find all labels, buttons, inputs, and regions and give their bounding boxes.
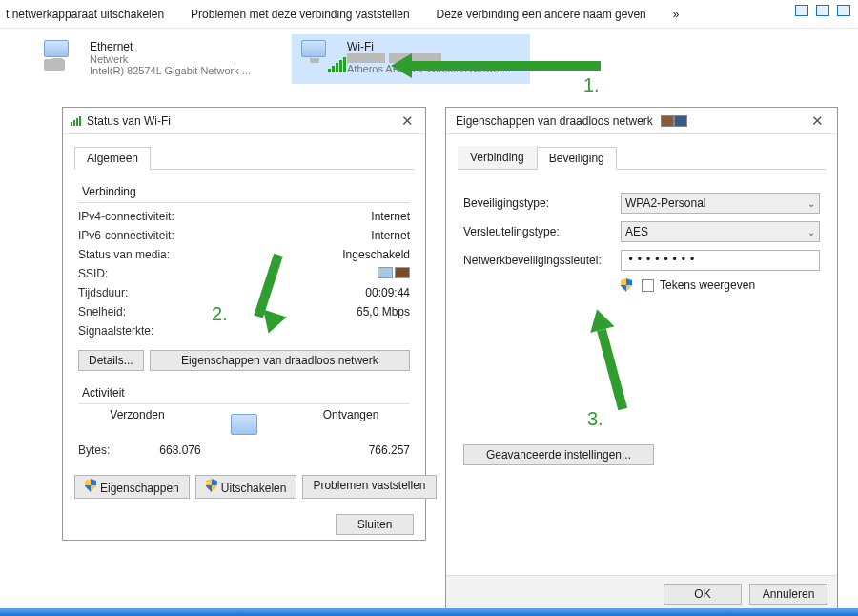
signal-label: Signaalsterkte: — [78, 324, 153, 338]
shield-icon — [621, 278, 632, 292]
tab-security[interactable]: Beveiliging — [537, 147, 617, 170]
select-value: WPA2-Personal — [625, 196, 705, 210]
ethernet-icon — [44, 40, 82, 78]
adapter-name: Wi-Fi — [347, 40, 511, 53]
shield-icon — [206, 479, 217, 492]
show-characters-checkbox[interactable] — [642, 279, 654, 292]
dialog-title: Eigenschappen van draadloos netwerk — [456, 114, 653, 128]
annotation-label-1: 1. — [583, 74, 600, 96]
explorer-toolbar: t netwerkapparaat uitschakelen Problemen… — [0, 0, 858, 29]
group-legend: Verbinding — [78, 185, 410, 198]
details-button[interactable]: Details... — [78, 350, 144, 371]
group-connection: Verbinding IPv4-connectiviteit:Internet … — [74, 179, 414, 377]
annotation-label-3: 3. — [587, 408, 603, 430]
bytes-label: Bytes: — [78, 443, 110, 457]
view-options[interactable] — [795, 5, 850, 16]
adapter-status: Netwerk — [90, 53, 251, 65]
close-icon[interactable]: ✕ — [398, 113, 418, 130]
speed-label: Snelheid: — [78, 305, 126, 318]
ipv4-value: Internet — [371, 210, 410, 223]
duration-label: Tijdsduur: — [78, 286, 128, 299]
close-icon[interactable]: ✕ — [807, 113, 827, 130]
select-value: AES — [625, 225, 648, 238]
adapter-device: Atheros AR9271 Wireless Networ... — [347, 63, 511, 74]
ok-button[interactable]: OK — [664, 584, 742, 605]
security-type-select[interactable]: WPA2-Personal ⌄ — [621, 193, 820, 214]
group-legend: Activiteit — [78, 386, 410, 400]
adapter-list: Ethernet Netwerk Intel(R) 82574L Gigabit… — [0, 29, 858, 93]
speed-value: 65,0 Mbps — [357, 305, 410, 318]
tab-general[interactable]: Algemeen — [74, 147, 151, 170]
adapter-ethernet[interactable]: Ethernet Netwerk Intel(R) 82574L Gigabit… — [34, 34, 273, 84]
network-key-input[interactable]: •••••••• — [621, 250, 820, 271]
taskbar — [0, 608, 858, 616]
disable-button[interactable]: Uitschakelen — [195, 475, 297, 499]
show-characters-label: Tekens weergeven — [660, 278, 755, 292]
dialog-titlebar[interactable]: Status van Wi-Fi ✕ — [63, 108, 425, 134]
encryption-type-label: Versleutelingstype: — [463, 225, 621, 238]
cmd-disable[interactable]: t netwerkapparaat uitschakelen — [6, 8, 164, 21]
wireless-props-button[interactable]: Eigenschappen van draadloos netwerk — [150, 350, 410, 371]
properties-button[interactable]: Eigenschappen — [74, 475, 190, 499]
wifi-icon — [301, 40, 339, 78]
annotation-label-2: 2. — [212, 303, 228, 325]
dialog-titlebar[interactable]: Eigenschappen van draadloos netwerk ✕ — [446, 108, 837, 134]
sent-label: Verzonden — [78, 408, 196, 441]
chevron-down-icon: ⌄ — [807, 198, 815, 209]
view-icon[interactable] — [795, 5, 808, 16]
tabbar: Verbinding Beveiliging — [458, 146, 826, 170]
ssid-label: SSID: — [78, 267, 108, 280]
wifi-status-dialog: Status van Wi-Fi ✕ Algemeen Verbinding I… — [62, 107, 426, 541]
adapter-device: Intel(R) 82574L Gigabit Network ... — [90, 65, 251, 76]
shield-icon — [85, 479, 96, 492]
encryption-type-select[interactable]: AES ⌄ — [621, 221, 820, 242]
recv-label: Ontvangen — [292, 408, 410, 441]
bytes-sent: 668.076 — [110, 443, 250, 457]
ipv4-label: IPv4-connectiviteit: — [78, 210, 174, 223]
cmd-more[interactable]: » — [673, 8, 680, 21]
close-button[interactable]: Sluiten — [336, 514, 414, 535]
media-label: Status van media: — [78, 248, 170, 261]
activity-icon — [196, 408, 292, 441]
view-icon[interactable] — [816, 5, 829, 16]
adapter-ssid-redacted — [347, 53, 511, 63]
signal-bars-icon — [71, 116, 81, 126]
media-value: Ingeschakeld — [342, 248, 410, 261]
ipv6-label: IPv6-connectiviteit: — [78, 229, 174, 242]
duration-value: 00:09:44 — [365, 286, 410, 299]
ssid-chip — [661, 115, 687, 127]
tab-connection[interactable]: Verbinding — [458, 146, 537, 169]
wireless-properties-dialog: Eigenschappen van draadloos netwerk ✕ Ve… — [445, 107, 838, 612]
cmd-diagnose[interactable]: Problemen met deze verbinding vaststelle… — [191, 8, 409, 21]
adapter-name: Ethernet — [90, 40, 251, 53]
group-activity: Activiteit Verzonden Ontvangen Bytes: 66… — [74, 380, 414, 465]
tabbar: Algemeen — [74, 146, 414, 170]
security-type-label: Beveiligingstype: — [463, 196, 621, 210]
dialog-footer: OK Annuleren — [446, 575, 837, 611]
ipv6-value: Internet — [371, 229, 410, 242]
ssid-value — [378, 267, 410, 280]
network-key-label: Netwerkbeveiligingssleutel: — [463, 254, 621, 267]
dialog-title: Status van Wi-Fi — [87, 114, 171, 128]
bytes-recv: 766.257 — [270, 443, 410, 457]
chevron-down-icon: ⌄ — [807, 227, 815, 237]
cmd-rename[interactable]: Deze verbinding een andere naam geven — [437, 8, 646, 21]
cancel-button[interactable]: Annuleren — [749, 584, 827, 605]
view-icon[interactable] — [837, 5, 850, 16]
diagnose-button[interactable]: Problemen vaststellen — [302, 475, 436, 499]
advanced-settings-button[interactable]: Geavanceerde instellingen... — [463, 444, 654, 465]
adapter-wifi[interactable]: Wi-Fi Atheros AR9271 Wireless Networ... — [292, 34, 530, 84]
